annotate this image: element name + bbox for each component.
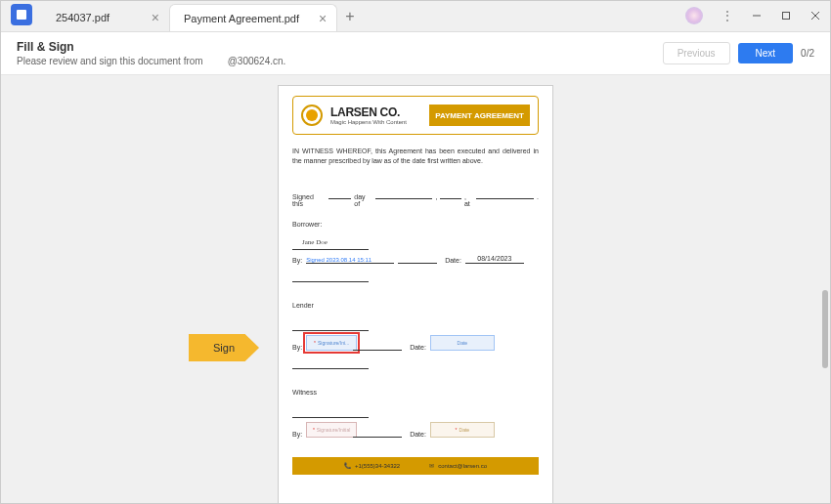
titlebar: 254037.pdf × Payment Agreement.pdf × + ⋮ xyxy=(1,1,830,32)
witness-signature-field[interactable]: *Signature/Initial xyxy=(306,422,357,438)
tab-label: 254037.pdf xyxy=(56,12,109,23)
close-icon[interactable]: × xyxy=(152,10,159,25)
footer-email: contact@larsen.co xyxy=(438,463,487,469)
next-button[interactable]: Next xyxy=(738,43,794,63)
sign-callout[interactable]: Sign xyxy=(189,334,259,361)
tab-doc2[interactable]: Payment Agreement.pdf × xyxy=(169,4,337,31)
vertical-scrollbar[interactable] xyxy=(822,290,828,368)
borrower-print-line xyxy=(292,281,369,282)
action-header: Fill & Sign Please review and sign this … xyxy=(1,32,830,75)
borrower-name: Jane Doe xyxy=(302,238,328,246)
minimize-button[interactable] xyxy=(742,2,771,29)
borrower-date-field[interactable]: 08/14/2023 xyxy=(465,254,524,264)
tab-label: Payment Agreement.pdf xyxy=(184,13,299,24)
document-type-badge: PAYMENT AGREEMENT xyxy=(429,105,530,126)
witness-clause: IN WITNESS WHEREOF, this Agreement has b… xyxy=(292,147,539,166)
borrower-name-line: Jane Doe xyxy=(292,249,369,250)
lender-label: Lender xyxy=(292,302,539,309)
company-tagline: Magic Happens With Content xyxy=(330,119,407,125)
lender-print-line xyxy=(292,368,369,369)
tab-doc1[interactable]: 254037.pdf × xyxy=(42,4,169,31)
borrower-signature-field[interactable]: Signed 2023.08.14 15:11 xyxy=(306,254,394,264)
witness-name-line xyxy=(292,417,369,418)
document-workspace: Sign LARSEN CO. Magic Happens With Conte… xyxy=(1,75,830,504)
witness-label: Witness xyxy=(292,389,539,396)
witness-date-field[interactable]: *Date xyxy=(430,422,495,438)
document-header: LARSEN CO. Magic Happens With Content PA… xyxy=(292,96,539,135)
lender-by-row: By: *Signature/Ini... Date: Date xyxy=(292,335,539,351)
app-icon xyxy=(11,4,32,25)
lender-name-line xyxy=(292,330,369,331)
page-title: Fill & Sign xyxy=(17,40,285,54)
signed-this-line: Signed this day of , , at . xyxy=(292,193,539,207)
more-icon[interactable]: ⋮ xyxy=(713,8,742,23)
close-icon[interactable]: × xyxy=(319,11,327,26)
lender-date-field[interactable]: Date xyxy=(430,335,495,351)
signature-counter: 0/2 xyxy=(801,48,814,59)
close-window-button[interactable] xyxy=(801,2,830,29)
ai-assistant-icon[interactable] xyxy=(685,7,703,24)
phone-icon: 📞 xyxy=(344,462,351,469)
borrower-label: Borrower: xyxy=(292,221,539,228)
borrower-by-row: By: Signed 2023.08.14 15:11 Date: 08/14/… xyxy=(292,254,539,264)
lender-signature-field[interactable]: *Signature/Ini... xyxy=(306,335,357,351)
witness-by-row: By: *Signature/Initial Date: *Date xyxy=(292,422,539,438)
document-page: LARSEN CO. Magic Happens With Content PA… xyxy=(278,85,553,504)
previous-button[interactable]: Previous xyxy=(663,42,730,64)
new-tab-button[interactable]: + xyxy=(337,4,362,29)
maximize-button[interactable] xyxy=(771,2,801,29)
footer-phone: +1(555)34-34322 xyxy=(355,463,400,469)
company-logo-icon xyxy=(301,105,323,126)
company-name: LARSEN CO. xyxy=(330,105,407,119)
email-icon: ✉ xyxy=(429,462,434,469)
document-footer: 📞 +1(555)34-34322 ✉ contact@larsen.co xyxy=(292,457,539,475)
page-subtitle: Please review and sign this document fro… xyxy=(17,56,285,66)
svg-rect-1 xyxy=(783,13,790,20)
